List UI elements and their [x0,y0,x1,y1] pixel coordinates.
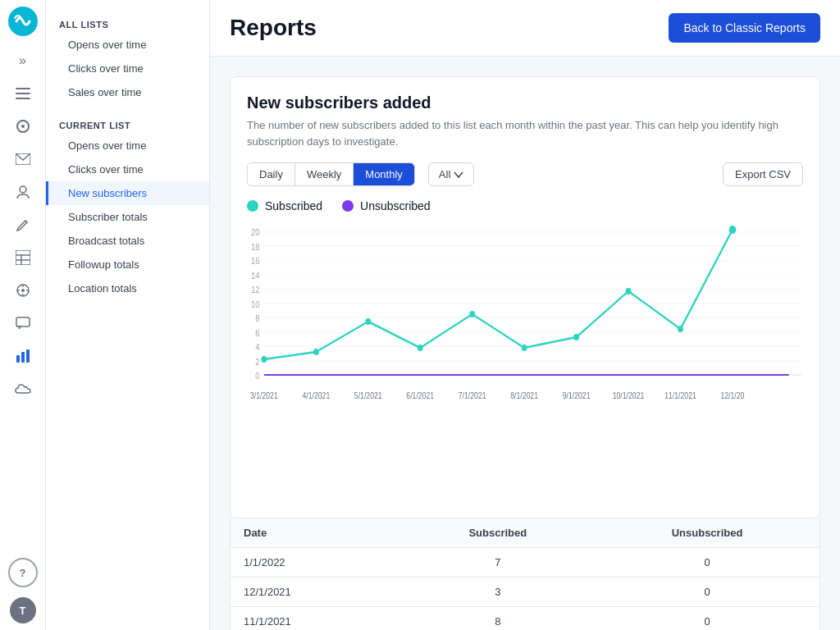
line-chart-svg: 20 18 16 14 12 10 8 6 4 2 0 [247,222,803,501]
svg-point-49 [522,345,527,351]
table-icon[interactable] [8,243,38,272]
chart-card: New subscribers added The number of new … [230,76,820,518]
data-table: Date Subscribed Unsubscribed 1/1/2022 7 … [230,518,820,630]
col-unsubscribed: Unsubscribed [595,518,819,548]
filter-daily[interactable]: Daily [248,163,295,185]
reports-icon[interactable] [8,341,38,371]
svg-text:2: 2 [255,357,260,367]
edit-icon[interactable] [8,210,38,240]
nav-subscriber-totals[interactable]: Subscriber totals [46,205,209,229]
nav-location-totals[interactable]: Location totals [46,276,209,300]
svg-text:7/1/2021: 7/1/2021 [459,391,486,400]
filter-all-dropdown[interactable]: All [428,162,474,186]
app-logo[interactable] [8,7,38,36]
chart-description: The number of new subscribers added to t… [247,117,803,149]
nav-new-subscribers[interactable]: New subscribers [46,181,209,205]
svg-point-52 [678,326,683,332]
chat-icon[interactable] [8,308,38,338]
filter-monthly[interactable]: Monthly [354,163,414,185]
svg-text:4/1/2021: 4/1/2021 [302,391,330,400]
svg-text:6: 6 [255,328,260,338]
svg-text:14: 14 [251,271,260,281]
svg-text:0: 0 [255,371,260,381]
nav-opens-time[interactable]: Opens over time [46,33,209,57]
current-list-label: CURRENT LIST [46,114,209,134]
help-icon[interactable]: ? [8,558,38,587]
svg-text:3/1/2021: 3/1/2021 [250,391,278,400]
nav-sidebar: ALL LISTS Opens over time Clicks over ti… [46,0,210,630]
home-icon[interactable] [8,112,38,141]
cloud-icon[interactable] [8,374,38,404]
expand-icon[interactable]: » [8,46,38,75]
svg-text:12: 12 [251,285,260,294]
svg-text:16: 16 [251,256,260,266]
svg-rect-20 [21,352,25,363]
cell-unsubscribed: 0 [595,578,819,607]
svg-text:18: 18 [251,242,260,252]
avatar[interactable]: T [10,597,36,623]
chart-legend: Subscribed Unsubscribed [247,199,803,212]
cell-date: 12/1/2021 [231,578,401,607]
menu-icon[interactable] [8,79,38,108]
svg-rect-21 [26,349,30,363]
main-content: Reports Back to Classic Reports New subs… [210,0,840,630]
svg-point-45 [313,349,319,355]
svg-text:10/1/2021: 10/1/2021 [613,391,645,400]
contacts-icon[interactable] [8,177,38,207]
subscribed-dot [247,200,258,212]
svg-rect-19 [16,355,20,363]
subscribed-line [264,230,733,359]
legend-subscribed: Subscribed [247,199,322,212]
svg-point-44 [261,356,267,363]
table-row: 1/1/2022 7 0 [231,548,820,578]
cell-date: 11/1/2021 [231,607,401,631]
svg-text:8/1/2021: 8/1/2021 [510,391,538,400]
automation-icon[interactable] [8,276,38,305]
nav-followup-totals[interactable]: Followup totals [46,253,209,276]
filter-weekly[interactable]: Weekly [295,163,354,185]
svg-point-48 [469,311,475,317]
unsubscribed-dot [342,200,354,212]
svg-text:11/1/2021: 11/1/2021 [664,391,696,400]
svg-text:6/1/2021: 6/1/2021 [406,391,434,400]
svg-point-7 [20,186,26,193]
cell-unsubscribed: 0 [595,607,819,631]
nav-sales-time[interactable]: Sales over time [46,80,209,104]
cell-subscribed: 3 [400,578,595,607]
svg-point-51 [626,288,632,294]
svg-text:12/1/20: 12/1/20 [720,391,744,400]
all-lists-label: ALL LISTS [46,13,209,33]
svg-text:9/1/2021: 9/1/2021 [563,391,591,400]
col-subscribed: Subscribed [400,518,595,548]
chart-title: New subscribers added [247,94,803,112]
svg-rect-2 [16,93,30,94]
nav-clicks-time[interactable]: Clicks over time [46,57,209,80]
back-to-classic-button[interactable]: Back to Classic Reports [669,13,820,43]
svg-text:10: 10 [251,299,260,309]
mail-icon[interactable] [8,144,38,174]
nav-broadcast-totals[interactable]: Broadcast totals [46,229,209,253]
svg-rect-1 [16,88,30,89]
nav-opens-time-c[interactable]: Opens over time [46,134,209,158]
svg-point-5 [21,125,25,128]
chart-svg-container: 20 18 16 14 12 10 8 6 4 2 0 [247,222,803,501]
col-date: Date [231,518,401,548]
filter-row: Daily Weekly Monthly All Export CSV [247,162,803,186]
svg-rect-18 [16,317,30,326]
cell-subscribed: 8 [400,607,595,631]
export-csv-button[interactable]: Export CSV [723,162,803,186]
svg-point-50 [573,334,579,340]
svg-point-13 [21,289,25,292]
table-row: 12/1/2021 3 0 [231,578,820,607]
nav-clicks-time-c[interactable]: Clicks over time [46,158,209,181]
content-area: New subscribers added The number of new … [210,57,840,630]
svg-text:4: 4 [255,342,260,352]
cell-date: 1/1/2022 [231,548,401,578]
svg-point-47 [418,345,423,351]
cell-unsubscribed: 0 [595,548,819,578]
svg-rect-3 [16,98,30,99]
svg-point-46 [365,318,371,325]
filter-buttons: Daily Weekly Monthly [247,162,415,186]
svg-text:5/1/2021: 5/1/2021 [354,391,382,400]
svg-point-53 [729,226,737,234]
